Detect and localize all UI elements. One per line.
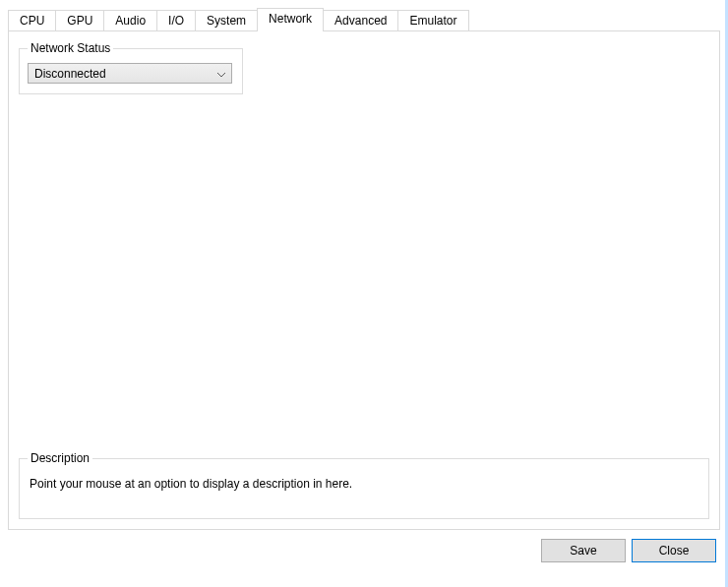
description-label: Description [28,451,92,465]
tab-cpu[interactable]: CPU [8,10,56,31]
network-status-value: Disconnected [34,67,106,81]
tab-audio[interactable]: Audio [103,10,157,31]
dialog-button-row: Save Close [0,539,728,574]
save-button[interactable]: Save [541,539,626,562]
description-group: Description Point your mouse at an optio… [19,451,709,519]
tab-emulator[interactable]: Emulator [397,10,468,31]
tab-system[interactable]: System [195,10,258,31]
tab-bar: CPU GPU Audio I/O System Network Advance… [0,0,728,31]
tab-panel-network: Network Status Disconnected Description … [8,30,720,530]
close-button[interactable]: Close [632,539,716,562]
tab-advanced[interactable]: Advanced [323,10,398,31]
description-text: Point your mouse at an option to display… [28,473,700,508]
chevron-down-icon [217,67,225,81]
tab-io[interactable]: I/O [156,10,196,31]
network-status-label: Network Status [28,41,113,55]
tab-gpu[interactable]: GPU [55,10,104,31]
network-status-group: Network Status Disconnected [19,41,243,94]
tab-network[interactable]: Network [257,8,324,31]
network-status-select[interactable]: Disconnected [28,63,232,84]
